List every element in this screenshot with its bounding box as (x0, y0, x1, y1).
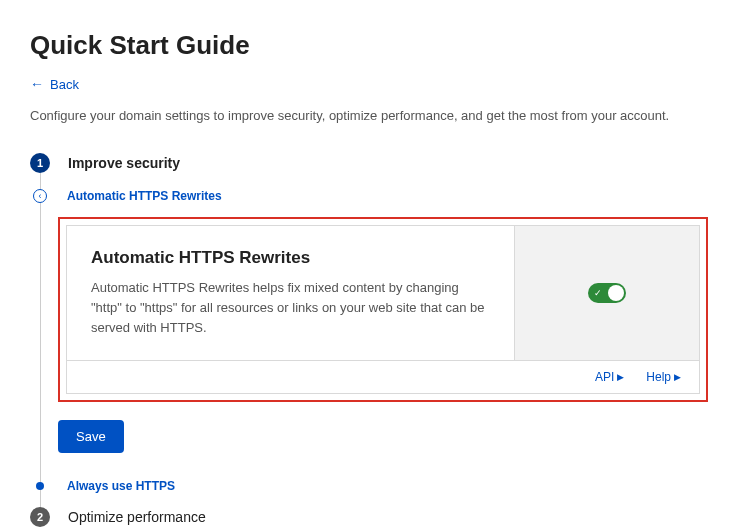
substep-label: Automatic HTTPS Rewrites (67, 189, 222, 203)
api-label: API (595, 370, 614, 384)
step-label: Improve security (68, 155, 180, 171)
step-label: Optimize performance (68, 509, 206, 525)
check-icon: ✓ (594, 288, 602, 298)
card-description: Automatic HTTPS Rewrites helps fix mixed… (91, 278, 490, 338)
caret-right-icon: ▶ (617, 372, 624, 382)
card-content: Automatic HTTPS Rewrites Automatic HTTPS… (67, 226, 514, 360)
substep-marker-icon (36, 482, 44, 490)
step-number-badge: 2 (30, 507, 50, 527)
settings-card: Automatic HTTPS Rewrites Automatic HTTPS… (66, 225, 700, 394)
help-label: Help (646, 370, 671, 384)
back-label: Back (50, 77, 79, 92)
arrow-left-icon: ← (30, 76, 44, 92)
steps-timeline: 1 Improve security ‹ Automatic HTTPS Rew… (30, 153, 708, 527)
toggle-knob (608, 285, 624, 301)
https-rewrites-toggle[interactable]: ✓ (588, 283, 626, 303)
intro-text: Configure your domain settings to improv… (30, 108, 708, 123)
card-footer: API ▶ Help ▶ (67, 360, 699, 393)
page-title: Quick Start Guide (30, 30, 708, 61)
card-toggle-panel: ✓ (514, 226, 699, 360)
api-link[interactable]: API ▶ (595, 370, 624, 384)
step-number-badge: 1 (30, 153, 50, 173)
substep-always-https[interactable]: Always use HTTPS (33, 479, 708, 493)
highlight-frame: Automatic HTTPS Rewrites Automatic HTTPS… (58, 217, 708, 402)
card-title: Automatic HTTPS Rewrites (91, 248, 490, 268)
save-button[interactable]: Save (58, 420, 124, 453)
card-body: Automatic HTTPS Rewrites Automatic HTTPS… (67, 226, 699, 360)
substep-marker-icon: ‹ (33, 189, 47, 203)
substep-label: Always use HTTPS (67, 479, 175, 493)
timeline-line (40, 173, 41, 517)
caret-right-icon: ▶ (674, 372, 681, 382)
step-2: 2 Optimize performance (30, 507, 708, 527)
back-link[interactable]: ← Back (30, 76, 79, 92)
substep-https-rewrites[interactable]: ‹ Automatic HTTPS Rewrites (33, 189, 708, 203)
help-link[interactable]: Help ▶ (646, 370, 681, 384)
step-1: 1 Improve security (30, 153, 708, 173)
